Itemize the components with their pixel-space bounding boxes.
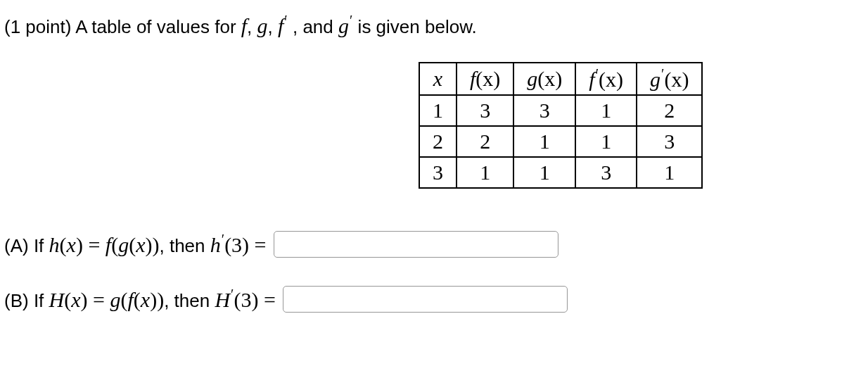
col-gpx-g: g: [650, 68, 660, 91]
values-table: x f(x) g(x) f′(x) g′(x) 1 3 3 1 2 2 2 1 …: [419, 62, 703, 189]
question-b: (B) If H(x) = g(f(x)), then H′(3) =: [0, 286, 868, 313]
cell-x: 1: [419, 95, 457, 126]
paren: (: [64, 288, 71, 311]
col-gx-x: (x): [537, 67, 562, 90]
cell-x: 2: [419, 126, 457, 157]
paren: (: [134, 288, 141, 311]
cell-gpx: 3: [637, 126, 702, 157]
then-text: , then: [159, 235, 210, 256]
cell-fpx: 1: [575, 95, 637, 126]
comma: ,: [247, 16, 257, 37]
col-gx: g(x): [513, 63, 575, 95]
cell-gpx: 2: [637, 95, 702, 126]
col-x: x: [419, 63, 457, 95]
cell-gpx: 1: [637, 157, 702, 188]
cell-gx: 1: [513, 157, 575, 188]
cell-fx: 1: [457, 157, 513, 188]
table-row: 3 1 1 3 1: [419, 157, 702, 188]
col-fpx-f: f: [589, 68, 594, 91]
sym-g: g: [257, 14, 268, 37]
problem-page: (1 point) A table of values for f, g, f′…: [0, 0, 868, 383]
qa-a-prefix: (A) If: [4, 235, 49, 256]
sym-h-prime-h: h: [210, 233, 221, 256]
table-row: 1 3 3 1 2: [419, 95, 702, 126]
intro-text: A table of values for: [75, 16, 241, 37]
cell-fpx: 1: [575, 126, 637, 157]
sym-f-prime-f: f: [278, 14, 283, 37]
answer-input-b[interactable]: [283, 286, 568, 313]
sym-f: f: [127, 288, 133, 311]
paren: (: [60, 233, 67, 256]
col-x-label: x: [433, 67, 442, 90]
sym-f: f: [241, 14, 247, 37]
sym-f: f: [106, 233, 111, 256]
table-row: 2 2 1 1 3: [419, 126, 702, 157]
col-fx-x: (x): [476, 67, 500, 90]
sym-h-prime: h′: [210, 233, 224, 256]
cell-gx: 3: [513, 95, 575, 126]
paren: )): [145, 233, 159, 256]
sym-x: x: [136, 233, 145, 256]
cell-fx: 3: [457, 95, 513, 126]
points-label: (1 point): [4, 16, 75, 37]
col-gx-g: g: [527, 67, 537, 90]
paren: (: [111, 233, 118, 256]
prompt-text: (1 point) A table of values for f, g, f′…: [0, 13, 868, 38]
sym-H-prime-H: H: [215, 288, 230, 311]
col-fx: f(x): [457, 63, 513, 95]
outro-text: is given below.: [352, 16, 476, 37]
sym-g: g: [110, 288, 120, 311]
arg-text: (3) =: [224, 233, 266, 256]
cell-fpx: 3: [575, 157, 637, 188]
cell-x: 3: [419, 157, 457, 188]
table-header-row: x f(x) g(x) f′(x) g′(x): [419, 63, 702, 95]
then-text: , then: [164, 290, 215, 311]
paren: (: [120, 288, 127, 311]
sym-g-prime: g′: [338, 14, 352, 37]
equals: ) =: [76, 233, 106, 256]
sym-x: x: [71, 288, 80, 311]
sym-H-prime: H′: [215, 288, 234, 311]
equals: ) =: [81, 288, 110, 311]
qa-b-prefix: (B) If: [4, 290, 49, 311]
answer-input-a[interactable]: [274, 231, 559, 258]
sym-h: h: [49, 233, 60, 256]
col-fpx-x: (x): [599, 68, 623, 91]
col-gpx-x: (x): [664, 68, 689, 91]
sym-x: x: [141, 288, 150, 311]
question-a: (A) If h(x) = f(g(x)), then h′(3) =: [0, 231, 868, 258]
question-b-text: (B) If H(x) = g(f(x)), then H′(3) =: [4, 287, 276, 312]
cell-gx: 1: [513, 126, 575, 157]
col-fpx: f′(x): [575, 63, 637, 95]
col-gpx: g′(x): [637, 63, 702, 95]
arg-text: (3) =: [234, 288, 275, 311]
sym-x: x: [67, 233, 76, 256]
paren: )): [150, 288, 164, 311]
sym-f-prime: f′: [278, 14, 288, 37]
paren: (: [129, 233, 136, 256]
sym-g-prime-g: g: [338, 14, 349, 37]
sym-H: H: [49, 288, 65, 311]
question-a-text: (A) If h(x) = f(g(x)), then h′(3) =: [4, 232, 267, 257]
cell-fx: 2: [457, 126, 513, 157]
comma-and: , and: [288, 16, 338, 37]
sym-g: g: [118, 233, 129, 256]
comma: ,: [268, 16, 278, 37]
